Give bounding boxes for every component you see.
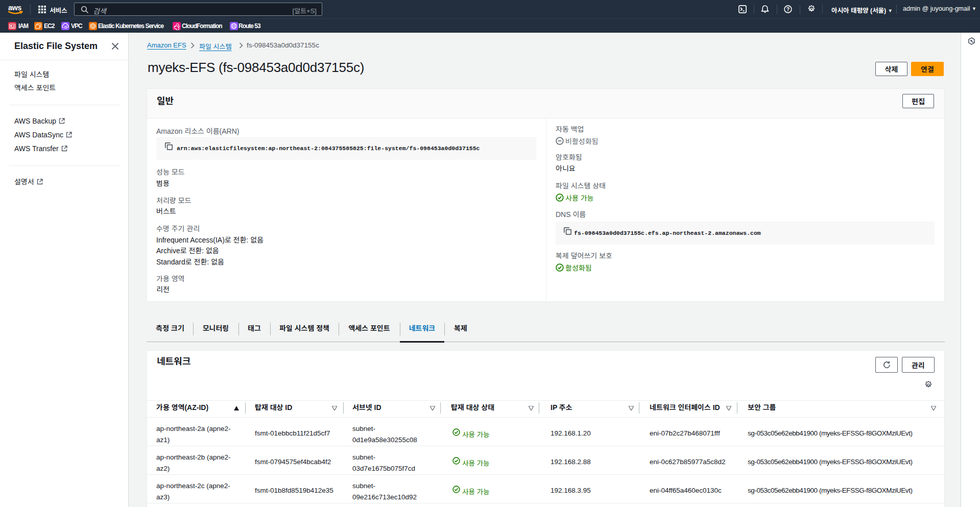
svg-text:?: ? xyxy=(786,6,790,12)
svg-text:aws: aws xyxy=(8,4,21,12)
